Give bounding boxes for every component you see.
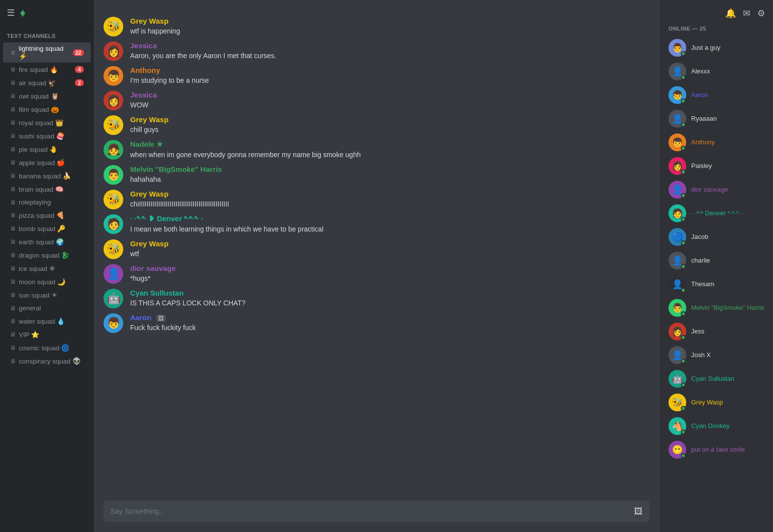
avatar: 👩 [104, 91, 123, 110]
settings-icon[interactable]: ⚙ [757, 8, 765, 19]
sidebar-item-ice-squad[interactable]: 🖥ice squad ❄ [3, 262, 91, 275]
channel-hash-icon: 🖥 [10, 172, 16, 179]
message-author[interactable]: Melvin "BigSmoke" Harris [130, 165, 222, 173]
hamburger-icon[interactable]: ☰ [7, 7, 15, 18]
sidebar-item-earth-squad[interactable]: 🖥earth squad 🌍 [3, 235, 91, 248]
sidebar-item-sun-squad[interactable]: 🖥sun squad ☀ [3, 289, 91, 301]
sidebar-item-banana-squad[interactable]: 🖥banana squad 🍌 [3, 169, 91, 182]
sidebar-item-brain-squad[interactable]: 🖥brain squad 🧠 [3, 183, 91, 196]
message-content: AnthonyI'm studying to be a nurse [130, 66, 650, 86]
message-content: Grey Waspwtf [130, 239, 650, 259]
online-member-7[interactable]: 👤dior sauvage [665, 178, 768, 201]
online-status-dot [681, 335, 686, 340]
channel-badge: 22 [73, 49, 84, 56]
message-header: Grey Wasp [130, 115, 650, 124]
message-author[interactable]: Anthony [130, 66, 160, 74]
message-header: Melvin "BigSmoke" Harris [130, 165, 650, 173]
message-content: Cyan SullustanIS THIS A CAPS LOCK ONLY C… [130, 289, 650, 308]
avatar: 👧 [104, 140, 123, 160]
online-avatar: 🐴 [668, 417, 686, 435]
online-member-11[interactable]: 👤Thesam [665, 273, 768, 296]
channel-hash-icon: 🖥 [10, 186, 16, 193]
online-avatar: 👤 [668, 275, 686, 293]
online-member-8[interactable]: 🧑· ·ᵒ·ᵒ Denver ᵉ·ᵒ·ᵉ· · [665, 202, 768, 225]
message-group: 👩JessicaWOW [94, 89, 660, 112]
sidebar-item-lightning-squad[interactable]: 🖥lightning squad ⚡22 [3, 42, 91, 63]
online-avatar: 👤 [668, 63, 686, 80]
message-text: chill guys [130, 125, 650, 135]
message-author[interactable]: Aaron [130, 313, 151, 322]
online-status-dot [681, 99, 686, 103]
sidebar-item-pie-squad[interactable]: 🖥pie squad 🤚 [3, 143, 91, 156]
online-status-dot [681, 146, 686, 151]
message-author[interactable]: Grey Wasp [130, 17, 169, 25]
online-member-5[interactable]: 👦Anthony [665, 131, 768, 154]
sidebar-item-conspiracy-squad[interactable]: 🖥conspiracy squad 👽 [3, 355, 91, 367]
message-author[interactable]: Jessica [130, 91, 157, 99]
online-member-18[interactable]: 😶put on a fake smile [665, 438, 768, 461]
sidebar-item-moon-squad[interactable]: 🖥moon squad 🌙 [3, 275, 91, 288]
channel-name: owl squad 🦉 [19, 92, 84, 100]
notifications-icon[interactable]: 🔔 [725, 8, 736, 19]
sidebar-item-roleplaying[interactable]: 🖥roleplaying [3, 196, 91, 208]
chat-input-container: 🖼 [104, 500, 650, 522]
sidebar-item-dragon-squad[interactable]: 🖥dragon squad 🐉 [3, 249, 91, 262]
sidebar-item-air-squad[interactable]: 🖥air squad 🦅2 [3, 76, 91, 89]
online-member-2[interactable]: 👤Alexxx [665, 60, 768, 83]
message-text: chiIIIIIIIIIIIIIIIIIIIIIIIIIIIIIIIIIIIII… [130, 199, 650, 209]
sidebar-item-vip[interactable]: 🖥VIP ⭐ [3, 328, 91, 341]
messages-icon[interactable]: ✉ [743, 8, 750, 19]
online-member-12[interactable]: 👨Melvin "BigSmoke" Harris [665, 297, 768, 319]
channel-name: apple squad 🍎 [19, 159, 84, 166]
sidebar-item-cosmic-squad[interactable]: 🖥cosmic squad 🌀 [3, 341, 91, 354]
avatar: 👦 [104, 313, 123, 333]
online-member-4[interactable]: 👤Ryaaaan [665, 107, 768, 130]
channel-hash-icon: 🖥 [10, 146, 16, 153]
message-author[interactable]: · ·ᵒ·ᵒ· ❥ Denver ᵉ·ᵒ·ᵉ· · [130, 214, 203, 223]
channel-name: conspiracy squad 👽 [19, 357, 84, 365]
message-author[interactable]: Cyan Sullustan [130, 289, 183, 297]
sidebar-item-general[interactable]: 🖥general [3, 302, 91, 314]
message-author[interactable]: Grey Wasp [130, 115, 169, 124]
channel-hash-icon: 🖥 [10, 133, 16, 139]
online-status-dot [681, 288, 686, 293]
sidebar-item-owl-squad[interactable]: 🖥owl squad 🦉 [3, 90, 91, 102]
message-content: Grey Waspwtf is happening [130, 17, 650, 36]
online-member-3[interactable]: 👦Aaron [665, 84, 768, 106]
sidebar-item-sushi-squad[interactable]: 🖥sushi squad 🍣 [3, 130, 91, 142]
chat-input[interactable] [110, 500, 629, 522]
online-avatar: 👩 [668, 323, 686, 340]
message-header: dior sauvage [130, 264, 650, 272]
channel-name: roleplaying [19, 199, 84, 206]
online-member-name: Cyan Donkey [691, 422, 730, 431]
message-author[interactable]: dior sauvage [130, 264, 176, 272]
sidebar-item-water-squad[interactable]: 🖥water squad 💧 [3, 315, 91, 328]
online-member-6[interactable]: 👩Paisley [665, 155, 768, 177]
online-member-15[interactable]: 🤖Cyan Sullustan [665, 367, 768, 390]
avatar: 👩 [104, 41, 123, 61]
sidebar-item-royal-squad[interactable]: 🖥royal squad 👑 [3, 116, 91, 129]
online-member-9[interactable]: 🔵Jacob [665, 226, 768, 248]
sidebar-item-bomb-squad[interactable]: 🖥bomb squad 🔑 [3, 222, 91, 235]
image-upload-icon[interactable]: 🖼 [634, 506, 643, 517]
channel-hash-icon: 🖥 [10, 225, 16, 232]
online-member-16[interactable]: 🐝Grey Wasp [665, 391, 768, 414]
online-member-17[interactable]: 🐴Cyan Donkey [665, 415, 768, 437]
online-avatar: 🤖 [668, 370, 686, 388]
sidebar-item-pizza-squad[interactable]: 🖥pizza squad 🍕 [3, 209, 91, 222]
online-member-14[interactable]: 👤Josh X [665, 344, 768, 366]
sidebar-item-apple-squad[interactable]: 🖥apple squad 🍎 [3, 156, 91, 169]
channel-hash-icon: 🖥 [10, 199, 16, 206]
channel-hash-icon: 🖥 [10, 238, 16, 245]
avatar: 👨 [104, 165, 123, 185]
online-member-1[interactable]: 👨Just a guy [665, 36, 768, 59]
message-author[interactable]: Grey Wasp [130, 190, 169, 198]
online-member-10[interactable]: 👤charlie [665, 249, 768, 272]
online-member-13[interactable]: 👩Jess [665, 320, 768, 343]
message-author[interactable]: Jessica [130, 41, 157, 50]
message-author[interactable]: Nadele ★ [130, 140, 163, 149]
sidebar-item-film-squad[interactable]: 🖥film squad 🎃 [3, 103, 91, 116]
sidebar-item-fire-squad[interactable]: 🖥fire squad 🔥4 [3, 63, 91, 76]
message-author[interactable]: Grey Wasp [130, 239, 169, 248]
message-group: 🐝Grey Waspwtf [94, 237, 660, 261]
